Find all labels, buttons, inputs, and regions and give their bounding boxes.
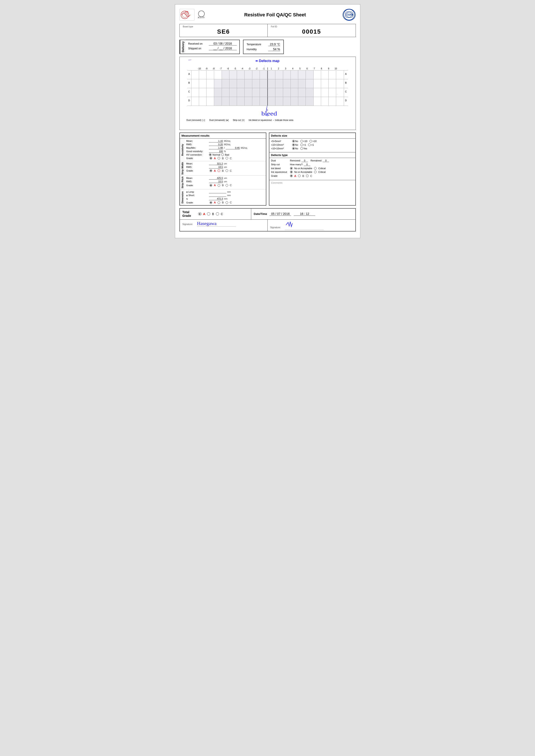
- strip-width-label: Strip Width: [180, 161, 184, 176]
- sw-grade-c-radio[interactable]: [226, 169, 228, 172]
- total-grade-c-radio[interactable]: [216, 212, 219, 216]
- comments-section: Comments: [269, 180, 355, 195]
- ds-lt10x10-no-radio[interactable]: [292, 144, 295, 146]
- ds-lt10x10-no-text: No: [295, 144, 298, 146]
- ds-lt5x5-no[interactable]: No: [292, 140, 298, 143]
- datetime-label: Date/Time: [254, 212, 267, 216]
- ds-gt10x10-no[interactable]: No: [292, 147, 298, 150]
- resistivity-rms-value: 0.20: [209, 143, 223, 146]
- hv-bad-radio[interactable]: [221, 153, 224, 156]
- dim-grade-a-text: A: [214, 201, 216, 204]
- dt-stripcut-row: Strip cut How many?: 0: [271, 163, 354, 166]
- ds-lt10x10-lt1-radio[interactable]: [300, 144, 303, 146]
- res-grade-c-radio[interactable]: [226, 157, 228, 159]
- ds-lt10x10-gt1-radio[interactable]: [308, 144, 311, 146]
- total-grade-row: TotalGrade A B C Date/Time 05 / 07 / 201…: [180, 209, 355, 220]
- strip-pitch-label: Strip Pitch: [180, 176, 184, 189]
- dt-inksqueeze-label: Ink squeezeout: [271, 171, 288, 173]
- dt-grade-b-radio[interactable]: [298, 175, 300, 177]
- dim-grade-a-radio[interactable]: [210, 201, 212, 204]
- map-grid-area: -10 -9 -8 -7 -6 -5 -4 -3 -2 -1 1 2 3 4 5…: [187, 68, 348, 118]
- dt-stripcut-label: Strip cut: [271, 163, 288, 166]
- temperature-label: Temperature: [247, 43, 266, 46]
- defects-size-section: Defects size <5×5mm² No <10: [269, 133, 355, 152]
- dt-inkbleed-critical-radio[interactable]: [314, 167, 317, 170]
- ds-gt10x10-no-radio[interactable]: [292, 147, 295, 150]
- dt-inksqueeze-acceptable-radio[interactable]: [290, 171, 293, 173]
- col-header: 8: [318, 68, 325, 70]
- dt-grade-c-radio[interactable]: [306, 175, 309, 177]
- defects-size-title: Defects size: [269, 133, 355, 139]
- defects-size-table: <5×5mm² No <10: [269, 139, 355, 152]
- sp-grade-c-radio[interactable]: [226, 184, 228, 187]
- dt-grade-a-radio[interactable]: [290, 175, 293, 177]
- logos-left: KOBE UNIVERSITY Science 東京大学: [180, 9, 208, 21]
- resistivity-maxmin-unit: MΩ/sq.: [241, 147, 248, 149]
- res-grade-b-radio[interactable]: [217, 157, 220, 159]
- time-value: 16 : 12: [294, 212, 315, 216]
- foil-id-label: Foil ID: [271, 25, 352, 28]
- dim-grade-c-radio[interactable]: [226, 201, 228, 204]
- dim-eta-row: η: 472.3 mm: [186, 198, 264, 200]
- page: KOBE UNIVERSITY Science 東京大学 Resistive F…: [175, 4, 360, 238]
- grid-row-b: B: [187, 79, 348, 88]
- ds-lt5x5-options: No <10 >10: [292, 140, 317, 143]
- dt-grade-a-text: A: [294, 174, 296, 177]
- resistivity-maxmin-row: Max/Min: 1.98 / 0.45 MΩ/sq.: [186, 147, 264, 149]
- annotation-area: ♭ bleed: [187, 106, 348, 118]
- hv-normal-radio[interactable]: [209, 153, 211, 156]
- sp-grade-a-radio[interactable]: [210, 184, 212, 187]
- ds-lt10x10-lt1[interactable]: <1: [300, 144, 306, 146]
- dt-grade-label: Grade: [271, 175, 288, 177]
- ds-lt10x10-gt1[interactable]: >1: [308, 144, 314, 146]
- svg-text:UNIVERSITY: UNIVERSITY: [184, 13, 189, 14]
- dt-inksqueeze-critical-radio[interactable]: [314, 171, 317, 173]
- ds-lt5x5-lt10[interactable]: <10: [300, 140, 307, 143]
- ds-lt5x5-gt10[interactable]: >10: [309, 140, 317, 143]
- ds-lt5x5-lt10-radio[interactable]: [300, 140, 303, 143]
- sw-mean-row: Mean: 321.2 um: [186, 162, 264, 165]
- tokyo-logo: 東京大学: [196, 9, 208, 21]
- header: KOBE UNIVERSITY Science 東京大学 Resistive F…: [180, 9, 356, 21]
- environment-box: Temperature 23.9 °C Humidity 54 %: [243, 40, 284, 54]
- dt-inksqueeze-acceptable-text: No or Acceptable: [294, 171, 312, 173]
- ds-gt10x10-yes-radio[interactable]: [300, 147, 303, 150]
- sp-mean-value: 425.5: [209, 177, 223, 179]
- dt-grade-c-text: C: [310, 174, 312, 177]
- ds-lt10x10-no[interactable]: No: [292, 144, 298, 146]
- ds-lt10x10-options: No <1 >1: [292, 144, 314, 146]
- cern-logo: CERN: [343, 9, 355, 21]
- dim-grade-b-radio[interactable]: [217, 201, 220, 204]
- defects-map-title: Defects map: [182, 59, 353, 63]
- col-header: -7: [217, 68, 224, 70]
- shipped-row: Shipped on __ / __ / 2016: [188, 46, 237, 50]
- res-grade-a-radio[interactable]: [210, 157, 212, 159]
- resistivity-maxmin-label: Max/Min:: [186, 147, 208, 149]
- dt-dust-content: Removed: 0 Remained: 0: [290, 159, 354, 162]
- col-header: 3: [282, 68, 289, 70]
- total-grade-b-radio[interactable]: [207, 212, 210, 216]
- total-grade-a-radio[interactable]: [198, 212, 201, 216]
- ds-gt10x10-yes[interactable]: Yes: [300, 147, 307, 150]
- datetime-cell: Date/Time 05 / 07 / 2016 16 : 12: [251, 209, 355, 219]
- resistivity-mean-value: 1.16: [209, 140, 223, 143]
- col-header: -5: [232, 68, 239, 70]
- ds-lt5x5-no-radio[interactable]: [292, 140, 295, 143]
- dt-inkbleed-label: Ink bleed: [271, 167, 288, 170]
- dt-grade-b-text: B: [302, 174, 304, 177]
- sw-grade-a-radio[interactable]: [210, 169, 212, 172]
- dim-eta-label: η:: [186, 198, 208, 200]
- res-grade-a-text: A: [214, 157, 216, 160]
- row-label-c-right: C: [344, 88, 348, 97]
- dim-grade-c-text: C: [230, 201, 232, 204]
- sw-grade-b-radio[interactable]: [217, 169, 220, 172]
- dt-stripcut-content: How many?: 0: [290, 163, 354, 166]
- sp-grade-b-radio[interactable]: [217, 184, 220, 187]
- dt-inkbleed-acceptable-radio[interactable]: [290, 167, 293, 170]
- dt-dust-remained-label: Remained:: [311, 159, 322, 162]
- resistivity-good-row: Good resistivity: 100 %: [186, 150, 264, 153]
- ds-lt5x5-gt10-radio[interactable]: [309, 140, 312, 143]
- grid-row-d: D: [187, 97, 348, 106]
- board-type-value: SE6: [183, 28, 265, 35]
- dt-dust-removed-label: Removed:: [290, 159, 301, 162]
